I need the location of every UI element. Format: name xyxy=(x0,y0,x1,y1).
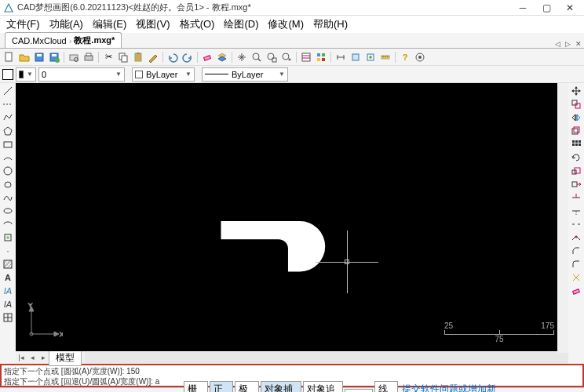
paste-icon[interactable] xyxy=(131,50,145,64)
lineweight-toggle[interactable]: 线宽 xyxy=(374,381,399,393)
svg-rect-65 xyxy=(572,182,577,187)
vertical-scrollbar[interactable] xyxy=(557,83,568,353)
menu-modify[interactable]: 修改(M) xyxy=(263,16,308,33)
mirror-tool-icon[interactable] xyxy=(570,111,582,124)
print-preview-icon[interactable] xyxy=(67,50,81,64)
array-tool-icon[interactable] xyxy=(570,138,582,151)
copy-tool-icon[interactable] xyxy=(570,98,582,111)
revcloud-tool-icon[interactable] xyxy=(2,178,14,191)
zoom-extents-icon[interactable] xyxy=(265,50,279,64)
pan-icon[interactable] xyxy=(235,50,249,64)
print-icon[interactable] xyxy=(82,50,96,64)
erase-tool-icon[interactable] xyxy=(570,285,582,297)
polar-toggle[interactable]: 极轴 xyxy=(235,381,259,393)
drawing-canvas[interactable]: YX 25175 75 xyxy=(16,83,568,351)
copy-icon[interactable] xyxy=(116,50,130,64)
xline-tool-icon[interactable] xyxy=(2,98,14,111)
line-tool-icon[interactable] xyxy=(2,85,14,97)
block-icon[interactable] xyxy=(349,50,363,64)
cut-icon[interactable]: ✂ xyxy=(101,50,115,64)
hatch-tool-icon[interactable] xyxy=(2,258,14,270)
ortho-toggle[interactable]: 正交 xyxy=(210,381,234,393)
document-tab[interactable]: CAD.MxCloud › 教程.mxg* xyxy=(5,32,122,48)
tab-close-icon[interactable]: ✕ xyxy=(573,40,584,48)
help-icon[interactable]: ? xyxy=(398,50,412,64)
match-props-icon[interactable] xyxy=(146,50,160,64)
move-tool-icon[interactable] xyxy=(570,85,582,97)
grid-toggle[interactable]: 栅格 xyxy=(184,381,208,393)
layers-icon[interactable] xyxy=(215,50,229,64)
app-icon xyxy=(3,2,14,13)
rectangle-tool-icon[interactable] xyxy=(2,138,14,151)
color-bylayer-combo[interactable]: ByLayer ▼ xyxy=(132,67,195,82)
new-file-icon[interactable] xyxy=(2,50,16,64)
extend-tool-icon[interactable] xyxy=(570,205,582,217)
linetype-combo[interactable]: ByLayer ▼ xyxy=(202,67,288,82)
scale-tool-icon[interactable] xyxy=(570,165,582,177)
polygon-tool-icon[interactable] xyxy=(2,125,14,137)
insert-block-icon[interactable] xyxy=(2,231,14,244)
tab-next-icon[interactable]: ▷ xyxy=(563,40,573,48)
circle-tool-icon[interactable] xyxy=(2,165,14,177)
save-as-icon[interactable] xyxy=(47,50,61,64)
menu-edit[interactable]: 编辑(E) xyxy=(88,16,131,33)
zoom-window-icon[interactable] xyxy=(250,50,264,64)
properties-icon[interactable] xyxy=(299,50,313,64)
menu-file[interactable]: 文件(F) xyxy=(2,16,45,33)
menu-function[interactable]: 功能(A) xyxy=(45,16,88,33)
otrack-toggle[interactable]: 对象追踪 xyxy=(303,381,344,393)
redo-icon[interactable] xyxy=(181,50,195,64)
dim-linear-icon[interactable] xyxy=(334,50,348,64)
menu-draw[interactable]: 绘图(D) xyxy=(219,16,263,33)
horizontal-scrollbar[interactable] xyxy=(85,352,568,363)
offset-tool-icon[interactable] xyxy=(570,125,582,137)
color-picker-combo[interactable]: ▼ xyxy=(16,67,36,82)
insert-icon[interactable] xyxy=(363,50,378,64)
menu-help[interactable]: 帮助(H) xyxy=(308,16,352,33)
polyline-tool-icon[interactable] xyxy=(2,111,14,124)
maximize-button[interactable]: ▢ xyxy=(542,3,551,13)
fillet-tool-icon[interactable] xyxy=(570,258,582,270)
chamfer-tool-icon[interactable] xyxy=(570,245,582,257)
menu-view[interactable]: 视图(V) xyxy=(131,16,174,33)
arc-tool-icon[interactable] xyxy=(2,151,14,164)
rotate-tool-icon[interactable] xyxy=(570,151,582,164)
point-tool-icon[interactable]: · xyxy=(2,245,14,257)
tab-first-icon[interactable]: |◂ xyxy=(16,354,27,361)
close-button[interactable]: ✕ xyxy=(565,3,575,13)
layer-combo[interactable]: 0 ▼ xyxy=(38,67,125,82)
svg-rect-54 xyxy=(575,103,580,108)
settings-icon[interactable] xyxy=(413,50,427,64)
measure-icon[interactable] xyxy=(378,50,392,64)
svg-rect-25 xyxy=(317,58,320,61)
osnap-toggle[interactable]: 对象捕捉 xyxy=(261,381,301,393)
table-tool-icon[interactable] xyxy=(2,311,14,324)
break-tool-icon[interactable] xyxy=(570,218,582,230)
save-icon[interactable] xyxy=(32,50,46,64)
undo-icon[interactable] xyxy=(166,50,180,64)
explode-tool-icon[interactable] xyxy=(570,271,582,284)
minimize-button[interactable]: ─ xyxy=(518,3,527,13)
trim-tool-icon[interactable] xyxy=(570,191,582,204)
join-tool-icon[interactable] xyxy=(570,231,582,244)
tab-prev-icon[interactable]: ◁ xyxy=(553,40,563,48)
zoom-prev-icon[interactable] xyxy=(279,50,294,64)
model-tab[interactable]: 模型 xyxy=(49,350,82,366)
tab-next-icon[interactable]: ▸ xyxy=(38,354,49,361)
feedback-link[interactable]: 提交软件问题或增加新功能 xyxy=(399,383,503,393)
current-color-swatch[interactable] xyxy=(2,69,13,80)
text-tool-icon[interactable]: A xyxy=(2,271,14,284)
tab-prev-icon[interactable]: ◂ xyxy=(27,354,38,361)
tool-palette-icon[interactable] xyxy=(314,50,328,64)
stretch-tool-icon[interactable] xyxy=(570,178,582,191)
dyn-toggle[interactable]: DYN xyxy=(345,389,372,393)
ellipse-tool-icon[interactable] xyxy=(2,205,14,217)
spline-tool-icon[interactable] xyxy=(2,191,14,204)
mtext2-tool-icon[interactable]: IA xyxy=(2,298,14,310)
ellipse-arc-tool-icon[interactable] xyxy=(2,218,14,230)
svg-rect-26 xyxy=(322,58,325,61)
open-file-icon[interactable] xyxy=(17,50,31,64)
erase-icon[interactable] xyxy=(200,50,214,64)
menu-format[interactable]: 格式(O) xyxy=(175,16,220,33)
mtext-tool-icon[interactable]: IA xyxy=(2,285,14,297)
